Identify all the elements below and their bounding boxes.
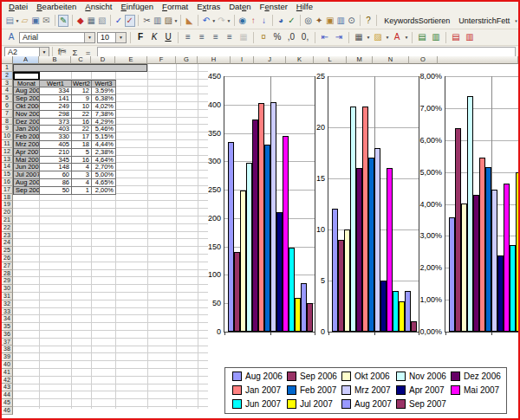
find-replace-icon[interactable]: ◎ (303, 15, 313, 27)
navigator-icon[interactable]: ✦ (315, 15, 324, 27)
italic-button[interactable]: K (148, 31, 161, 43)
new-document-icon-dropdown[interactable]: ▼ (15, 18, 19, 23)
cell[interactable]: 9 (72, 95, 92, 103)
row-header-6[interactable]: 6 (2, 102, 13, 110)
cell[interactable]: 4 (72, 179, 92, 187)
font-color-button[interactable]: A (391, 31, 404, 43)
borders-button-dropdown[interactable]: ▼ (366, 35, 371, 40)
column-header-C[interactable]: C (71, 56, 91, 64)
row-header-2[interactable]: 2 (2, 72, 13, 80)
row-header-45[interactable]: 45 (2, 399, 13, 407)
font-size-combo[interactable]: 10▼ (97, 32, 127, 43)
selected-range-a1-e1[interactable] (13, 64, 147, 72)
column-header-H[interactable]: H (198, 56, 231, 64)
cell[interactable]: 4 (72, 164, 92, 171)
cell[interactable]: 22 (72, 126, 92, 133)
cell[interactable]: 4,02% (92, 103, 116, 111)
column-header-D[interactable]: D (91, 56, 115, 64)
cell[interactable]: 12 (72, 87, 92, 95)
row-header-3[interactable]: 3 (2, 80, 13, 87)
row-header-41[interactable]: 41 (2, 369, 13, 377)
cell[interactable]: Jan 2007 (14, 126, 40, 133)
insert-columns-button[interactable]: ▥ (430, 31, 443, 43)
cell[interactable]: 60 (40, 171, 72, 179)
row-header-27[interactable]: 27 (2, 262, 13, 270)
row-header-1[interactable]: 1 (2, 64, 13, 72)
cell[interactable]: 373 (40, 119, 72, 126)
cell[interactable]: 405 (40, 141, 72, 149)
column-header-B[interactable]: B (39, 56, 71, 64)
cell[interactable]: 403 (40, 126, 72, 133)
cell[interactable]: 86 (40, 179, 72, 187)
cell[interactable]: Apr 2007 (14, 149, 40, 157)
row-header-43[interactable]: 43 (2, 384, 13, 391)
cell[interactable]: Feb 2007 (14, 133, 40, 141)
menu-hilfe[interactable]: Hilfe (292, 2, 317, 12)
row-header-24[interactable]: 24 (2, 239, 13, 247)
row-header-16[interactable]: 16 (2, 178, 13, 186)
column-header-blank[interactable] (438, 56, 518, 64)
menu-datei[interactable]: Datei (4, 2, 32, 12)
row-header-5[interactable]: 5 (2, 94, 13, 102)
row-header-28[interactable]: 28 (2, 270, 13, 278)
cell[interactable]: 17 (72, 133, 92, 141)
export-pdf-icon[interactable]: ◆ (75, 15, 85, 27)
row-header-23[interactable]: 23 (2, 232, 13, 240)
row-header-25[interactable]: 25 (2, 247, 13, 255)
cell[interactable]: 148 (40, 164, 72, 171)
cell[interactable]: 3,59% (92, 87, 116, 95)
row-header-11[interactable]: 11 (2, 140, 13, 148)
borders-button[interactable]: ▦ (353, 31, 366, 43)
data-table[interactable]: MonatWert1Wert2Wert3Aug 2006334123,59%Se… (13, 80, 116, 195)
row-header-20[interactable]: 20 (2, 209, 13, 216)
column-header-J[interactable]: J (254, 56, 286, 64)
auto-spellcheck-icon[interactable]: ✓ (125, 15, 135, 27)
row-header-44[interactable]: 44 (2, 391, 13, 399)
cell[interactable]: 4,65% (92, 179, 116, 187)
headers-icon[interactable]: ▥ (335, 15, 345, 27)
menu-format[interactable]: Format (158, 2, 192, 12)
cell[interactable]: 5,00% (92, 171, 116, 179)
row-header-40[interactable]: 40 (2, 361, 13, 369)
row-header-4[interactable]: 4 (2, 87, 13, 94)
cell[interactable]: 5,46% (92, 126, 116, 133)
select-all-corner[interactable] (2, 56, 13, 64)
cell[interactable]: 10 (72, 103, 92, 111)
unterstrich-fett-button[interactable]: UnterstrichFett (454, 16, 514, 26)
cell[interactable]: 7,38% (92, 111, 116, 119)
background-color-button[interactable]: ▨ (372, 31, 385, 43)
insert-rows-button[interactable]: ▤ (416, 31, 429, 43)
column-header-E[interactable]: E (115, 56, 147, 64)
sort-ascending-icon[interactable]: ↑ (248, 15, 257, 27)
open-icon[interactable]: ▱ (20, 15, 29, 27)
cell[interactable]: Dez 2006 (14, 119, 40, 126)
delete-columns-button[interactable]: ▥ (464, 31, 477, 43)
row-header-36[interactable]: 36 (2, 331, 13, 339)
cell[interactable]: Okt 2006 (14, 103, 40, 111)
underline-button[interactable]: U (162, 31, 175, 43)
cell[interactable]: 22 (72, 111, 92, 119)
row-header-32[interactable]: 32 (2, 300, 13, 308)
column-header-A[interactable]: A (13, 56, 39, 64)
row-header-30[interactable]: 30 (2, 285, 13, 293)
header-cell-wert1[interactable]: Wert1 (40, 81, 72, 88)
cell[interactable]: Sep 2006 (14, 95, 40, 103)
name-box-dropdown-icon[interactable]: ▼ (39, 48, 49, 56)
row-header-9[interactable]: 9 (2, 125, 13, 132)
column-header-G[interactable]: G (176, 56, 198, 64)
spellcheck-icon[interactable]: ✓ (114, 15, 123, 27)
column-header-N[interactable]: N (373, 56, 409, 64)
row-header-35[interactable]: 35 (2, 323, 13, 331)
paste-icon-dropdown[interactable]: ▼ (173, 18, 178, 23)
row-header-12[interactable]: 12 (2, 148, 13, 156)
undo-icon[interactable]: ↶ (201, 15, 211, 27)
row-header-7[interactable]: 7 (2, 110, 13, 118)
column-header-I[interactable]: I (231, 56, 254, 64)
row-header-29[interactable]: 29 (2, 277, 13, 285)
gallery-icon[interactable]: ▣ (325, 15, 335, 27)
cell[interactable]: 3 (72, 171, 92, 179)
print-icon[interactable]: ▦ (86, 15, 95, 27)
column-header-O[interactable]: O (409, 56, 438, 64)
toolbar-overflow-icon[interactable]: ▾ (514, 18, 518, 23)
cell[interactable]: Mai 2007 (14, 157, 40, 165)
